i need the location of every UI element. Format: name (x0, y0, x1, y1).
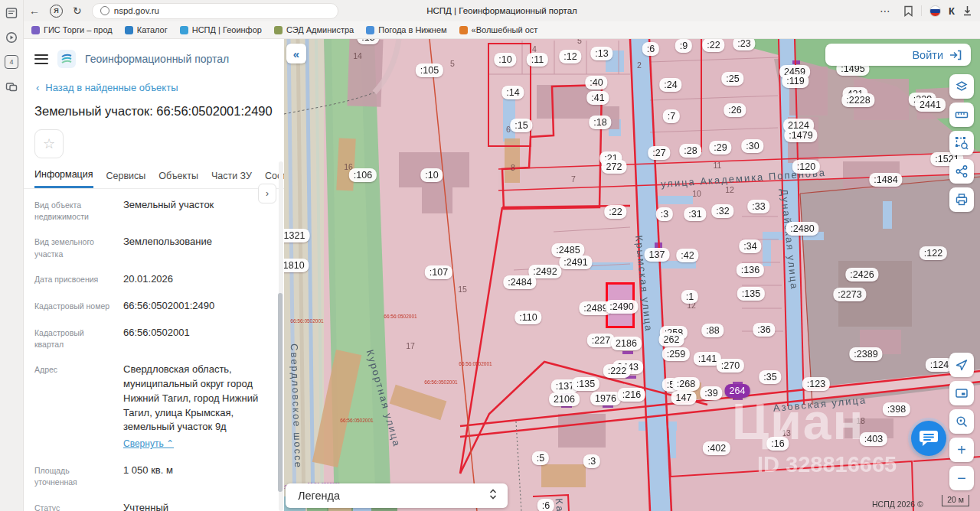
parcel-label[interactable]: :119 (782, 74, 808, 88)
tab-panel-icon[interactable] (5, 6, 18, 20)
reload-icon[interactable]: ↻ (73, 5, 82, 16)
ruler-button[interactable] (949, 103, 974, 127)
parcel-label[interactable]: :6 (642, 42, 659, 56)
hamburger-menu-icon[interactable] (34, 54, 48, 64)
yandex-icon[interactable]: Я (50, 5, 63, 18)
parcel-label[interactable]: :107 (425, 265, 452, 279)
downloads-badge[interactable]: 4 (5, 55, 18, 69)
parcel-label[interactable]: :105 (416, 63, 443, 77)
parcel-label[interactable]: :2389 (849, 347, 882, 361)
parcel-label[interactable]: :2484 (503, 275, 536, 289)
parcel-label[interactable]: :9 (675, 39, 692, 53)
parcel-label[interactable]: 272 (602, 160, 627, 174)
kinopoisk-icon[interactable]: К (949, 5, 955, 17)
parcel-label[interactable]: 262 (659, 333, 684, 347)
parcel-label[interactable]: :35 (759, 370, 781, 384)
parcel-label[interactable]: :216 (618, 388, 645, 402)
parcel-label[interactable]: :110 (514, 311, 541, 324)
parcel-label[interactable]: :3 (656, 207, 673, 221)
panel-tab[interactable]: Объекты (158, 171, 198, 187)
panel-tab[interactable]: Части ЗУ (211, 171, 252, 187)
back-icon[interactable]: ← (29, 5, 40, 16)
parcel-label[interactable]: :27 (648, 146, 670, 160)
parcel-label[interactable]: :2426 (845, 268, 878, 282)
parcel-label[interactable]: :40 (585, 76, 607, 90)
parcel-label[interactable]: :122 (920, 246, 947, 260)
login-button[interactable]: Войти (825, 44, 971, 66)
parcel-label[interactable]: :22 (702, 39, 724, 52)
parcel-label[interactable]: :88 (701, 324, 724, 337)
bookmark-item[interactable]: Погода в Нижнем (366, 25, 446, 34)
parcel-label[interactable]: :22 (604, 205, 626, 219)
parcel-label[interactable]: :33 (747, 200, 769, 213)
parcel-label[interactable]: :10 (494, 53, 516, 67)
parcel-label[interactable]: :11 (527, 53, 548, 67)
bookmark-icon[interactable] (903, 5, 913, 17)
parcel-label[interactable]: :136 (737, 263, 764, 277)
parcel-label[interactable]: 137 (645, 248, 670, 262)
parcel-label[interactable]: :268 (672, 377, 700, 391)
parcel-label[interactable]: :398 (883, 402, 910, 416)
parcel-label[interactable]: :259 (662, 347, 690, 361)
locate-button[interactable] (949, 353, 974, 377)
zoom-out-button[interactable]: − (949, 466, 974, 490)
parcel-label[interactable]: 2441 (915, 98, 946, 112)
parcel-label[interactable]: :34 (739, 239, 761, 253)
zoom-in-button[interactable]: + (949, 438, 974, 462)
parcel-label[interactable]: :42 (676, 249, 698, 262)
parcel-label[interactable]: :1810 (284, 259, 309, 272)
parcel-label[interactable]: :135 (572, 377, 599, 391)
collapse-link[interactable]: Свернуть ⌃ (123, 438, 174, 451)
layers-button[interactable] (949, 74, 974, 99)
back-link[interactable]: ‹ Назад в найденные объекты (24, 73, 284, 96)
share-button[interactable] (949, 159, 974, 184)
parcel-label[interactable]: 2106 (549, 392, 580, 406)
parcel-label[interactable]: :270 (717, 359, 744, 373)
map-canvas[interactable]: улица Академика ПопеноваКрымская улицаДу… (284, 39, 980, 511)
print-button[interactable] (949, 187, 974, 212)
parcel-label[interactable]: :23 (733, 39, 755, 50)
parcel-label[interactable]: :135 (737, 287, 765, 301)
parcel-label[interactable]: :12 (559, 50, 581, 63)
play-icon[interactable] (5, 31, 18, 44)
parcel-label[interactable]: :2273 (833, 288, 866, 301)
chat-fab-button[interactable] (911, 421, 946, 456)
parcel-label[interactable]: :29 (709, 141, 731, 155)
legend-bar[interactable]: Легенда (286, 483, 508, 508)
bookmark-item[interactable]: ГИС Торги – прод (31, 25, 113, 34)
minimap-button[interactable] (949, 381, 974, 405)
parcel-label[interactable]: :402 (703, 441, 730, 455)
parcel-label[interactable]: 31321 (284, 229, 309, 242)
parcel-label[interactable]: :14 (501, 86, 524, 99)
bookmark-item[interactable]: «Волшебный ост (459, 25, 538, 34)
parcel-label[interactable]: :2491 (559, 255, 592, 269)
more-menu-icon[interactable]: ⋯ (880, 5, 890, 16)
parcel-label[interactable]: :120 (792, 160, 820, 174)
screens-icon[interactable] (5, 80, 18, 93)
panel-scrollbar[interactable] (279, 161, 283, 511)
area-select-button[interactable] (949, 131, 974, 155)
panel-tab[interactable]: Информация (34, 169, 93, 188)
parcel-label[interactable]: :5 (532, 451, 549, 465)
parcel-label[interactable]: :25 (721, 72, 743, 86)
parcel-label[interactable]: :222 (603, 364, 631, 378)
parcel-label[interactable]: :32 (711, 204, 733, 218)
bookmark-item[interactable]: Каталог (125, 25, 168, 34)
parcel-label[interactable]: :123 (802, 377, 830, 391)
parcel-label[interactable]: :31 (684, 207, 706, 221)
parcel-label[interactable]: 2186 (611, 337, 642, 350)
parcel-label[interactable]: :15 (510, 119, 532, 132)
parcel-label[interactable]: :36 (753, 323, 775, 337)
parcel-label[interactable]: :30 (741, 139, 763, 153)
bookmark-item[interactable]: НСПД | Геоинфор (180, 25, 262, 34)
search-coords-button[interactable] (949, 409, 974, 434)
favorite-star-button[interactable]: ☆ (34, 129, 64, 158)
parcel-label[interactable]: :106 (349, 168, 377, 182)
tabs-more-button[interactable]: › (258, 184, 276, 203)
site-info-icon[interactable] (100, 6, 109, 15)
parcel-label[interactable]: :7 (663, 109, 680, 123)
parcel-label[interactable]: 1976 (590, 392, 621, 405)
collapse-panel-button[interactable]: « (286, 44, 306, 63)
parcel-label[interactable]: 147 (671, 391, 697, 405)
parcel-label[interactable]: :18 (589, 116, 611, 129)
